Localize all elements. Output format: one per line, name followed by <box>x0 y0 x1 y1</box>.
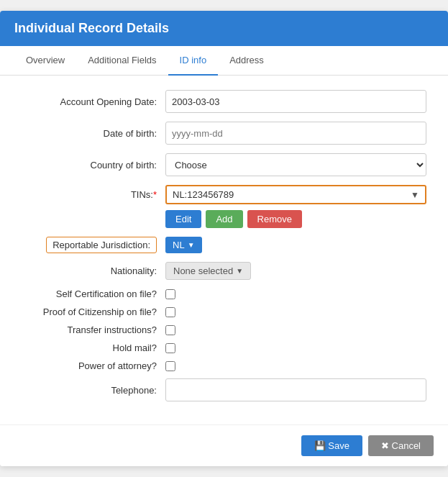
transfer-instructions-row: Transfer instructions? <box>22 324 426 335</box>
telephone-row: Telephone: <box>22 378 426 401</box>
reportable-jurisdiction-label-wrapper: Reportable Jurisdiction: <box>22 237 165 253</box>
card-footer: 💾 Edit Save ✖ Cancel <box>0 424 448 466</box>
nationality-value: None selected <box>173 265 233 276</box>
cancel-button[interactable]: ✖ Cancel <box>368 435 434 456</box>
self-cert-row: Self Certification on file? <box>22 289 426 299</box>
tab-overview[interactable]: Overview <box>14 46 76 76</box>
power-of-attorney-checkbox[interactable] <box>165 361 175 371</box>
tins-value: NL:123456789 <box>167 186 405 203</box>
form-body: Account Opening Date: Date of birth: Cou… <box>0 76 448 424</box>
individual-record-card: Individual Record Details Overview Addit… <box>0 11 448 466</box>
date-of-birth-label: Date of birth: <box>22 128 165 139</box>
tins-row: TINs:* NL:123456789 ▼ <box>22 185 426 204</box>
account-opening-date-input[interactable] <box>165 90 426 113</box>
proof-citizenship-checkbox[interactable] <box>165 307 175 317</box>
card-title: Individual Record Details <box>14 21 169 35</box>
reportable-jurisdiction-row: Reportable Jurisdiction: NL ▼ <box>22 237 426 253</box>
nationality-label: Nationality: <box>22 265 165 276</box>
power-of-attorney-row: Power of attorney? <box>22 360 426 371</box>
telephone-input[interactable] <box>165 378 426 401</box>
proof-citizenship-label: Proof of Citizenship on file? <box>22 306 165 317</box>
transfer-instructions-checkbox[interactable] <box>165 325 175 335</box>
tab-address[interactable]: Address <box>218 46 275 76</box>
tins-dropdown-arrow[interactable]: ▼ <box>405 187 425 203</box>
power-of-attorney-label: Power of attorney? <box>22 360 165 371</box>
country-of-birth-label: Country of birth: <box>22 160 165 171</box>
proof-citizenship-row: Proof of Citizenship on file? <box>22 306 426 317</box>
date-of-birth-input[interactable] <box>165 122 426 145</box>
cancel-icon: ✖ <box>381 440 389 451</box>
edit-button[interactable]: Edit <box>165 210 201 228</box>
hold-mail-label: Hold mail? <box>22 342 165 353</box>
nationality-dropdown[interactable]: None selected ▼ <box>165 262 251 280</box>
save-button[interactable]: 💾 Edit Save <box>301 435 362 456</box>
tins-button-group: Edit Add Remove <box>165 210 426 228</box>
self-cert-checkbox[interactable] <box>165 289 175 299</box>
self-cert-label: Self Certification on file? <box>22 289 165 299</box>
account-opening-date-row: Account Opening Date: <box>22 90 426 113</box>
tab-id-info[interactable]: ID info <box>168 46 219 76</box>
transfer-instructions-label: Transfer instructions? <box>22 324 165 335</box>
reportable-jurisdiction-arrow: ▼ <box>188 241 195 249</box>
save-icon: 💾 <box>314 440 326 451</box>
nationality-dropdown-arrow: ▼ <box>236 267 243 275</box>
tab-additional-fields[interactable]: Additional Fields <box>76 46 168 76</box>
nationality-row: Nationality: None selected ▼ <box>22 262 426 280</box>
remove-button[interactable]: Remove <box>247 210 302 228</box>
date-of-birth-row: Date of birth: <box>22 122 426 145</box>
country-of-birth-select[interactable]: Choose <box>165 153 426 176</box>
hold-mail-checkbox[interactable] <box>165 343 175 353</box>
tins-wrapper[interactable]: NL:123456789 ▼ <box>165 185 426 204</box>
reportable-jurisdiction-value: NL <box>173 240 185 250</box>
telephone-label: Telephone: <box>22 385 165 396</box>
country-of-birth-row: Country of birth: Choose <box>22 153 426 176</box>
card-header: Individual Record Details <box>0 11 448 46</box>
tab-bar: Overview Additional Fields ID info Addre… <box>0 46 448 76</box>
reportable-jurisdiction-dropdown[interactable]: NL ▼ <box>165 237 202 253</box>
add-button[interactable]: Add <box>206 210 242 228</box>
reportable-jurisdiction-label: Reportable Jurisdiction: <box>46 237 157 253</box>
hold-mail-row: Hold mail? <box>22 342 426 353</box>
tins-label: TINs:* <box>22 189 165 200</box>
account-opening-date-label: Account Opening Date: <box>22 96 165 107</box>
